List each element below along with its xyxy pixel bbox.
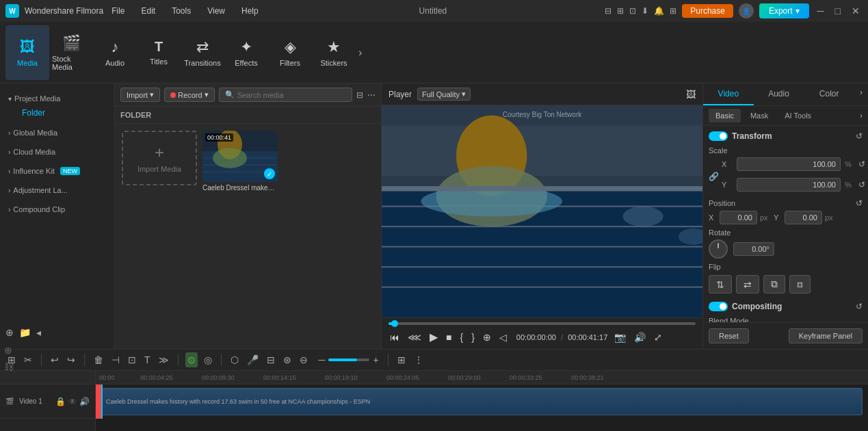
timeline-link-icon[interactable]: ⛓ [3, 360, 15, 374]
download-icon[interactable]: ⬇ [642, 6, 648, 16]
tool-audio[interactable]: ♪ Audio [93, 25, 137, 80]
scale-link-icon[interactable]: 🔗 [709, 172, 719, 181]
purchase-button[interactable]: Purchase [682, 4, 733, 18]
track-lock-icon[interactable]: 🔒 [55, 397, 66, 406]
menu-file[interactable]: File [109, 5, 127, 17]
filter-icon[interactable]: ⊟ [356, 90, 363, 100]
frame-back-icon[interactable]: ⋘ [406, 330, 423, 344]
scale-y-reset-icon[interactable]: ↺ [858, 180, 865, 190]
timeline-ai-icon[interactable]: ⊛ [281, 352, 293, 367]
tab-video[interactable]: Video [703, 83, 754, 105]
timeline-record-icon[interactable]: 🎤 [245, 352, 261, 367]
mark-in-icon[interactable]: { [458, 330, 464, 344]
scale-y-input[interactable] [737, 178, 841, 192]
compositing-reset-icon[interactable]: ↺ [856, 302, 863, 311]
skip-back-icon[interactable]: ⏮ [389, 330, 401, 344]
menu-edit[interactable]: Edit [139, 5, 159, 17]
scale-x-input[interactable] [737, 157, 841, 171]
tool-stock-media[interactable]: 🎬 Stock Media [49, 25, 93, 80]
quality-selector[interactable]: Full Quality ▾ [417, 88, 471, 101]
tool-titles[interactable]: T Titles [137, 25, 181, 80]
scrubber-handle[interactable] [391, 320, 398, 327]
sidebar-item-compound-clip[interactable]: › Compound Clip [5, 203, 109, 216]
screen-record-icon[interactable]: ⊡ [629, 6, 636, 16]
timeline-subtitle-icon[interactable]: ⊟ [265, 352, 277, 367]
timeline-scrubber[interactable] [389, 322, 696, 325]
volume-slider[interactable] [328, 358, 369, 361]
keyframe-panel-button[interactable]: Keyframe Panel [789, 328, 863, 343]
timeline-marker-icon[interactable]: ⬡ [228, 352, 241, 367]
search-input[interactable] [237, 91, 346, 99]
timeline-mute-icon[interactable]: ─ [317, 352, 328, 367]
window-maximize[interactable]: □ [832, 4, 843, 18]
sidebar-item-influence-kit[interactable]: › Influence Kit NEW [5, 164, 109, 178]
import-button[interactable]: Import ▾ [120, 88, 160, 102]
snapshot-icon[interactable]: 🖼 [686, 89, 696, 100]
tool-media[interactable]: 🖼 Media [5, 25, 49, 80]
timeline-text-icon[interactable]: T [142, 352, 153, 367]
menu-view[interactable]: View [205, 5, 228, 17]
sidebar-item-adjustment-layers[interactable]: › Adjustment La... [5, 183, 109, 197]
mark-out-icon[interactable]: } [470, 330, 476, 344]
timeline-vol-plus-icon[interactable]: + [371, 352, 380, 367]
flip-vertical-button[interactable]: ⇅ [709, 275, 732, 293]
import-media-placeholder[interactable]: + Import Media [122, 131, 197, 185]
media-item-caeleb[interactable]: 00:00:41 ✓ Caeleb Dressel makes ... [202, 131, 278, 342]
user-avatar[interactable]: 👤 [739, 3, 754, 18]
timeline-layout-icon[interactable]: ⊞ [395, 352, 408, 367]
subtab-ai-tools[interactable]: AI Tools [778, 109, 818, 122]
position-y-input[interactable] [785, 211, 822, 224]
volume-icon[interactable]: 🔊 [633, 330, 647, 344]
export-button[interactable]: Export ▾ [759, 3, 809, 18]
menu-tools[interactable]: Tools [169, 5, 194, 17]
notification-icon[interactable]: 🔔 [654, 6, 664, 16]
sidebar-folder-icon[interactable]: 📁 [19, 327, 31, 338]
sidebar-collapse-icon[interactable]: ◂ [36, 327, 41, 338]
timeline-undo-icon[interactable]: ↩ [49, 352, 61, 367]
tab-audio[interactable]: Audio [754, 83, 804, 105]
timeline-cut-icon[interactable]: ✂ [22, 352, 34, 367]
snapshot-ctrl-icon[interactable]: 📷 [613, 330, 627, 344]
timeline-ripple-icon[interactable]: ⊙ [185, 352, 198, 367]
track-eye-icon[interactable]: 👁 [68, 397, 77, 406]
timeline-split-icon[interactable]: ⊣ [109, 352, 122, 367]
timeline-redo-icon[interactable]: ↪ [65, 352, 77, 367]
tool-filters[interactable]: ◈ Filters [268, 25, 312, 80]
rotate-input[interactable] [733, 242, 774, 256]
add-video-track-icon[interactable]: ⊕ [3, 343, 15, 357]
tab-color[interactable]: Color [804, 83, 854, 105]
sub-tabs-expand-icon[interactable]: › [860, 111, 863, 120]
toolbar-expand-button[interactable]: › [358, 47, 362, 59]
sidebar-item-global-media[interactable]: › Global Media [5, 126, 109, 140]
transform-reset-icon[interactable]: ↺ [856, 131, 863, 141]
window-minimize[interactable]: ─ [815, 4, 827, 18]
timeline-settings-icon[interactable]: ⋮ [412, 352, 425, 367]
sidebar-folder[interactable]: Folder [14, 105, 109, 120]
timeline-snap-icon[interactable]: ◎ [202, 352, 214, 367]
transform-toggle[interactable] [709, 131, 728, 141]
minimize-icon[interactable]: ⊟ [605, 6, 611, 16]
play-button[interactable]: ▶ [428, 329, 439, 345]
flip-horizontal-button[interactable]: ⇄ [736, 275, 759, 293]
menu-help[interactable]: Help [239, 5, 261, 17]
sidebar-add-folder-icon[interactable]: ⊕ [5, 327, 14, 338]
flip-paste-button[interactable]: ⧈ [789, 275, 811, 293]
tool-effects[interactable]: ✦ Effects [224, 25, 268, 80]
track-clip-caeleb[interactable]: Caeleb Dressel makes history with record… [101, 388, 863, 415]
timeline-speed-icon[interactable]: ⊖ [298, 352, 310, 367]
rotate-dial[interactable] [709, 239, 728, 259]
prev-marker-icon[interactable]: ◁ [498, 330, 508, 344]
scale-x-reset-icon[interactable]: ↺ [858, 159, 865, 169]
subtab-basic[interactable]: Basic [709, 109, 741, 122]
tool-stickers[interactable]: ★ Stickers [312, 25, 356, 80]
timeline-delete-icon[interactable]: 🗑 [92, 352, 105, 367]
fullscreen-icon[interactable]: ⊞ [617, 6, 624, 16]
more-options-icon[interactable]: ⋯ [367, 90, 376, 100]
reset-button[interactable]: Reset [709, 328, 749, 343]
position-reset-icon[interactable]: ↺ [856, 198, 863, 208]
fullscreen-player-icon[interactable]: ⤢ [653, 330, 663, 344]
record-button[interactable]: Record ▾ [164, 88, 214, 102]
search-box[interactable]: 🔍 [219, 88, 352, 102]
grid-icon[interactable]: ⊞ [670, 6, 676, 16]
properties-expand-icon[interactable]: › [854, 83, 868, 105]
